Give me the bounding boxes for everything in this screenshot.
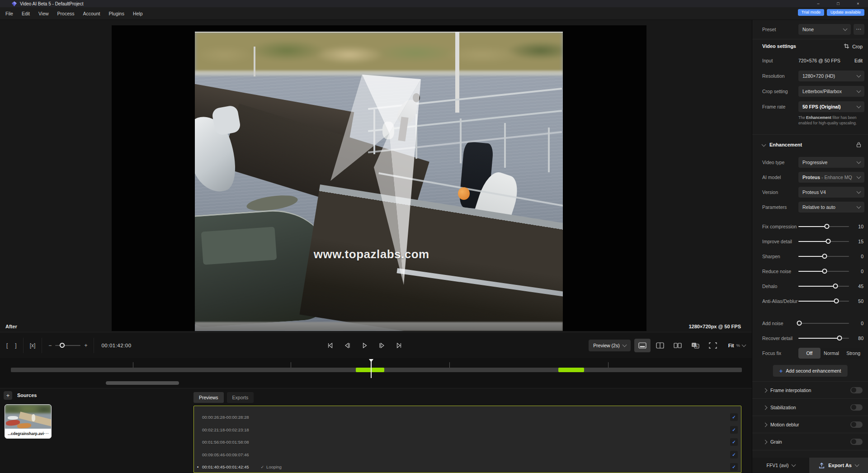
trial-mode-button[interactable]: Trial mode	[798, 9, 824, 16]
reduce-noise-slider[interactable]	[798, 271, 849, 272]
input-edit-button[interactable]: Edit	[854, 58, 863, 63]
enhancement-header[interactable]: Enhancement	[752, 135, 868, 155]
preview-checkbox[interactable]: ✓	[730, 438, 738, 446]
anti-alias-deblur-slider[interactable]	[798, 301, 849, 302]
slider-knob[interactable]	[826, 239, 831, 244]
slider-knob[interactable]	[824, 224, 829, 229]
chevron-down-icon	[857, 204, 861, 208]
maximize-icon[interactable]: □	[828, 1, 848, 6]
close-icon[interactable]: ×	[848, 1, 868, 6]
view-mode-split-button[interactable]	[652, 339, 668, 352]
add-noise-slider[interactable]	[798, 323, 849, 324]
parameters-dropdown[interactable]: Relative to auto	[798, 202, 864, 213]
recover-detail-slider[interactable]	[798, 338, 849, 339]
source-more-icon[interactable]: ···	[44, 431, 49, 436]
set-out-point-button[interactable]: ]	[11, 341, 20, 350]
preview-row[interactable]: 00:00:26:28-00:00:28:28	[194, 411, 741, 424]
source-card[interactable]: ...cdegrainsharp.avi ···	[5, 404, 52, 439]
slider-knob[interactable]	[837, 336, 842, 341]
focus-fix-strong[interactable]: Strong	[842, 348, 864, 359]
timeline-zone	[0, 358, 752, 388]
play-button[interactable]	[359, 340, 370, 351]
menu-account[interactable]: Account	[82, 10, 101, 17]
preview-row-active[interactable]: • 00:01:40:45-00:01:42:45 ✓ Looping	[194, 461, 741, 473]
crop-setting-dropdown[interactable]: Letterbox/Pillarbox	[798, 86, 864, 97]
focus-fix-off[interactable]: Off	[798, 348, 821, 359]
timeline-zoom-out-button[interactable]: −	[47, 341, 52, 350]
add-source-button[interactable]: +	[4, 391, 12, 400]
zoom-fit-dropdown[interactable]: Fit %	[728, 343, 745, 348]
export-format-dropdown[interactable]: FFV1 (avi)	[752, 458, 809, 473]
export-as-button[interactable]: Export As	[809, 458, 868, 473]
preview-segment[interactable]	[356, 368, 384, 372]
tab-exports[interactable]: Exports	[227, 392, 254, 403]
preview-row[interactable]: 00:02:21:18-00:02:23:18	[194, 424, 741, 436]
update-available-button[interactable]: Update available	[827, 9, 864, 16]
timeline[interactable]	[11, 358, 742, 388]
timeline-scrollbar[interactable]	[106, 381, 179, 385]
preview-checkbox[interactable]: ✓	[730, 426, 738, 434]
reduce-noise-slider-row: Reduce noise 0	[752, 264, 868, 279]
next-frame-button[interactable]	[376, 340, 387, 351]
crop-icon	[844, 43, 849, 49]
menu-view[interactable]: View	[38, 10, 50, 17]
fullscreen-button[interactable]	[705, 339, 721, 352]
preview-checkbox[interactable]: ✓	[730, 413, 738, 421]
frame-interpolation-toggle[interactable]	[850, 387, 863, 393]
video-type-dropdown[interactable]: Progressive	[798, 157, 864, 168]
slider-knob[interactable]	[834, 298, 839, 303]
menu-edit[interactable]: Edit	[21, 10, 31, 17]
settings-sidebar: Preset None ··· Video settings Crop Inpu…	[752, 20, 868, 473]
frame-interpolation-section[interactable]: Frame interpolation	[752, 382, 868, 398]
sharpen-slider[interactable]	[798, 256, 849, 257]
motion-deblur-toggle[interactable]	[850, 421, 863, 428]
set-in-point-button[interactable]: [	[3, 341, 11, 350]
clear-trim-button[interactable]: [x]	[26, 341, 39, 350]
timeline-zoom-slider[interactable]	[55, 345, 80, 346]
grain-section[interactable]: Grain	[752, 433, 868, 450]
preset-dropdown[interactable]: None	[798, 24, 851, 35]
lock-icon[interactable]	[856, 142, 862, 148]
skip-to-end-button[interactable]	[393, 340, 404, 351]
timeline-zoom-in-button[interactable]: +	[83, 341, 88, 350]
view-mode-comparison-button[interactable]: a a	[687, 339, 703, 352]
version-dropdown[interactable]: Proteus V4	[798, 187, 864, 198]
bottom-panel: + Sources ...cdegrainsharp.avi ··· Previ…	[0, 388, 752, 473]
tab-previews[interactable]: Previews	[193, 392, 224, 403]
resolution-dropdown[interactable]: 1280×720 (HD)	[798, 71, 864, 81]
ai-model-dropdown[interactable]: Proteus - Enhance MQ	[798, 172, 864, 183]
fix-compression-slider[interactable]	[798, 226, 849, 227]
stabilization-toggle[interactable]	[850, 404, 863, 411]
video-frame[interactable]: www.topazlabs.com	[195, 32, 563, 331]
grain-toggle[interactable]	[850, 439, 863, 445]
dehalo-slider[interactable]	[798, 286, 849, 287]
menu-process[interactable]: Process	[57, 10, 75, 17]
add-second-enhancement-button[interactable]: + Add second enhancement	[773, 365, 848, 377]
frame-rate-dropdown[interactable]: 50 FPS (Original)	[798, 101, 864, 112]
previous-frame-button[interactable]	[342, 340, 353, 351]
preview-checkbox[interactable]: ✓	[730, 463, 738, 471]
focus-fix-normal[interactable]: Normal	[821, 348, 843, 359]
skip-to-start-button[interactable]	[325, 340, 335, 351]
crop-button[interactable]: Crop	[844, 43, 863, 49]
view-mode-side-by-side-button[interactable]	[670, 339, 686, 352]
improve-detail-slider[interactable]	[798, 241, 849, 242]
minimize-icon[interactable]: –	[808, 1, 828, 6]
preview-checkbox[interactable]: ✓	[730, 451, 738, 459]
slider-knob[interactable]	[797, 321, 802, 326]
menu-plugins[interactable]: Plugins	[108, 10, 125, 17]
slider-knob[interactable]	[833, 284, 838, 289]
preview-segment[interactable]	[558, 368, 584, 372]
view-mode-single-button[interactable]	[634, 339, 651, 352]
slider-knob[interactable]	[822, 254, 827, 259]
preview-button[interactable]: Preview (2s)	[589, 340, 630, 351]
motion-deblur-section[interactable]: Motion deblur	[752, 416, 868, 433]
preview-row[interactable]: 00:01:56:08-00:01:58:08	[194, 436, 741, 449]
menu-help[interactable]: Help	[132, 10, 144, 17]
slider-knob[interactable]	[822, 269, 827, 274]
preview-row[interactable]: 00:09:05:46-00:09:07:46	[194, 449, 741, 461]
timeline-zoom-knob[interactable]	[60, 343, 65, 348]
stabilization-section[interactable]: Stabilization	[752, 399, 868, 416]
preset-more-icon[interactable]: ···	[854, 24, 864, 35]
menu-file[interactable]: File	[5, 10, 14, 17]
